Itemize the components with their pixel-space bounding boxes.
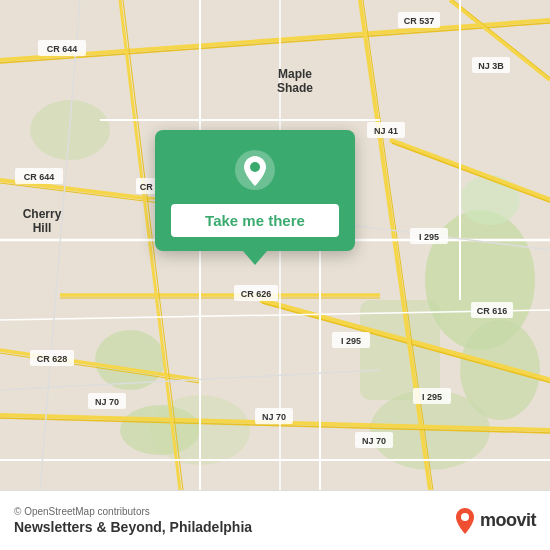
location-name: Newsletters & Beyond, Philadelphia [14, 519, 252, 535]
svg-text:CR 537: CR 537 [404, 16, 435, 26]
moovit-logo: moovit [454, 507, 536, 535]
svg-rect-5 [360, 300, 440, 400]
svg-text:Hill: Hill [33, 221, 52, 235]
location-pin-icon [233, 148, 277, 192]
svg-text:I 295: I 295 [422, 392, 442, 402]
svg-text:NJ 70: NJ 70 [95, 397, 119, 407]
svg-text:CR 644: CR 644 [47, 44, 78, 54]
svg-point-77 [461, 513, 469, 521]
svg-text:NJ 70: NJ 70 [362, 436, 386, 446]
svg-point-76 [250, 162, 260, 172]
svg-text:NJ 3B: NJ 3B [478, 61, 504, 71]
bottom-left-info: © OpenStreetMap contributors Newsletters… [14, 506, 252, 535]
moovit-pin-icon [454, 507, 476, 535]
svg-text:CR 628: CR 628 [37, 354, 68, 364]
svg-text:NJ 41: NJ 41 [374, 126, 398, 136]
map-container: CR 644 CR 644 CR 537 NJ 41 NJ 3B I 295 I… [0, 0, 550, 490]
svg-text:Maple: Maple [278, 67, 312, 81]
popup-card: Take me there [155, 130, 355, 251]
svg-text:NJ 70: NJ 70 [262, 412, 286, 422]
svg-text:Shade: Shade [277, 81, 313, 95]
osm-attribution: © OpenStreetMap contributors [14, 506, 252, 517]
svg-text:Cherry: Cherry [23, 207, 62, 221]
moovit-brand-text: moovit [480, 510, 536, 531]
svg-text:CR 644: CR 644 [24, 172, 55, 182]
take-me-there-button[interactable]: Take me there [171, 204, 339, 237]
svg-text:I 295: I 295 [341, 336, 361, 346]
svg-point-3 [95, 330, 165, 390]
svg-text:I 295: I 295 [419, 232, 439, 242]
svg-point-9 [460, 175, 520, 225]
bottom-bar: © OpenStreetMap contributors Newsletters… [0, 490, 550, 550]
svg-text:CR 626: CR 626 [241, 289, 272, 299]
svg-text:CR 616: CR 616 [477, 306, 508, 316]
